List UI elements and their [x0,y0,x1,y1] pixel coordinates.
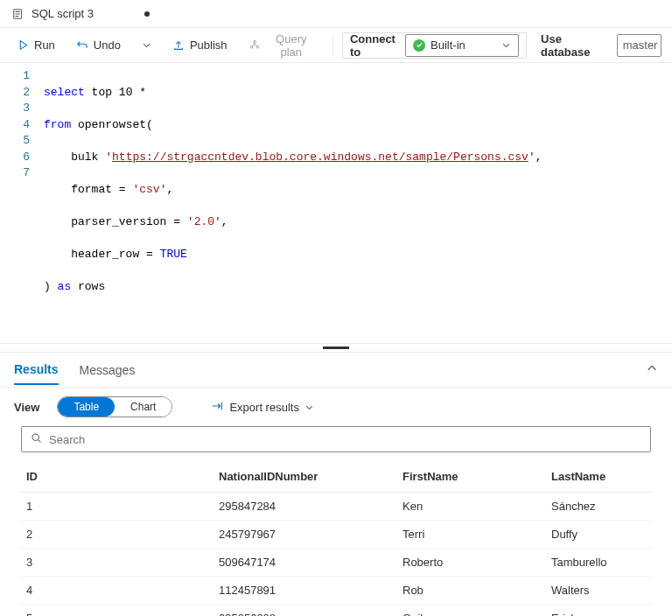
col-id[interactable]: ID [21,461,214,493]
tab-bar: SQL script 3 [0,0,672,28]
publish-button[interactable]: Publish [165,33,234,58]
cell: 112457891 [214,577,397,605]
cell: Tamburello [546,549,651,577]
cell: 3 [21,549,214,577]
results-table: ID NationalIDNumber FirstName LastName 1… [21,461,651,616]
cell: 245797967 [214,521,397,549]
table-row[interactable]: 3509647174RobertoTamburello [21,549,651,577]
cell: Gail [397,605,546,617]
cell: Duffy [546,521,651,549]
export-results-button[interactable]: Export results [211,400,313,415]
cell: Roberto [397,549,546,577]
chevron-up-icon [646,364,658,377]
view-label: View [14,401,39,414]
chevron-down-icon [142,40,151,50]
svg-point-1 [253,40,256,43]
toolbar: Run Undo Publish Query plan Connect to B… [0,28,672,63]
pane-resize-handle[interactable] [0,344,672,353]
connect-group: Connect to Built-in [342,32,527,59]
results-grid: ID NationalIDNumber FirstName LastName 1… [0,461,672,616]
run-button[interactable]: Run [10,33,62,58]
cell: 5 [21,605,214,617]
view-table-button[interactable]: Table [58,397,115,416]
cell: 4 [21,577,214,605]
connect-to-label: Connect to [350,32,398,59]
tab-messages[interactable]: Messages [80,356,136,384]
svg-point-4 [32,434,38,440]
table-row[interactable]: 4112457891RobWalters [21,577,651,605]
export-icon [211,400,224,415]
col-nationalid[interactable]: NationalIDNumber [214,461,397,493]
cell: Erickson [546,605,651,617]
database-select[interactable]: master [617,34,662,57]
header-row: ID NationalIDNumber FirstName LastName [21,461,651,493]
cell: Ken [397,493,546,521]
chevron-down-icon [304,402,314,412]
search-input[interactable] [49,433,641,446]
chevron-down-icon [501,40,511,50]
dirty-indicator-icon [144,11,150,17]
table-row[interactable]: 1295847284KenSánchez [21,493,651,521]
divider [332,36,333,55]
table-row[interactable]: 2245797967TerriDuffy [21,521,651,549]
play-icon [18,39,29,51]
script-icon [12,8,24,20]
collapse-results-button[interactable] [646,362,658,377]
undo-dropdown-button[interactable] [135,33,158,58]
view-controls: View Table Chart Export results [0,388,672,426]
tab-results[interactable]: Results [14,355,59,385]
tab-title: SQL script 3 [32,7,94,20]
code-editor[interactable]: 1 2 3 4 5 6 7 select top 10 * from openr… [0,63,672,344]
query-plan-icon [248,39,261,52]
cell: 509647174 [214,549,397,577]
connection-select[interactable]: Built-in [405,34,519,57]
line-numbers: 1 2 3 4 5 6 7 [0,68,44,327]
check-circle-icon [413,39,425,52]
col-firstname[interactable]: FirstName [397,461,546,493]
cell: 2 [21,521,214,549]
undo-icon [76,39,88,52]
search-box[interactable] [21,426,651,452]
database-value: master [623,38,658,52]
connection-value: Built-in [430,38,496,52]
table-row[interactable]: 5695256908GailErickson [21,605,651,617]
code-content: select top 10 * from openrowset( bulk 'h… [44,68,672,327]
cell: 1 [21,493,214,521]
col-lastname[interactable]: LastName [546,461,651,493]
query-plan-button[interactable]: Query plan [242,33,324,58]
publish-icon [172,39,185,52]
undo-button[interactable]: Undo [69,33,128,58]
cell: Rob [397,577,546,605]
cell: Walters [546,577,651,605]
cell: Sánchez [546,493,651,521]
use-database-label: Use database [541,32,610,59]
tab-sql-script[interactable]: SQL script 3 [0,0,162,27]
results-tabs: Results Messages [0,353,672,388]
search-wrap [0,426,672,461]
cell: 295847284 [214,493,397,521]
view-chart-button[interactable]: Chart [115,397,172,416]
cell: Terri [397,521,546,549]
search-icon [31,432,42,446]
cell: 695256908 [214,605,397,617]
view-toggle: Table Chart [57,396,172,417]
